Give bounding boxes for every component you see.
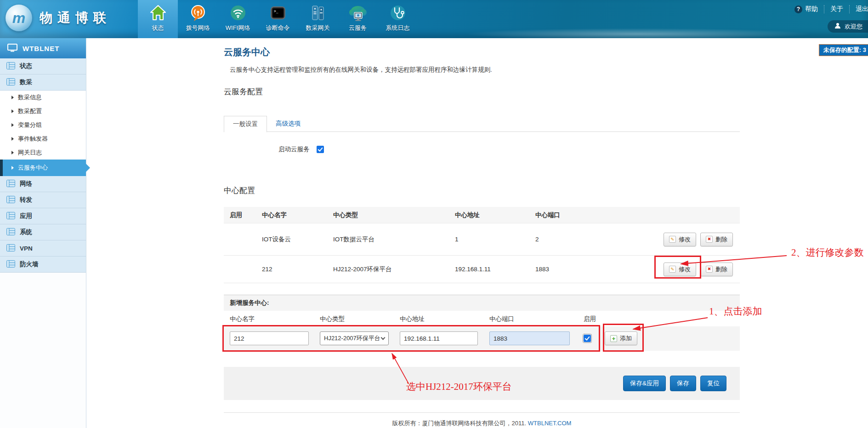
label-center-name: 中心名字: [230, 315, 255, 323]
list-icon: [6, 62, 15, 71]
sidebar-item-application[interactable]: 应用: [0, 208, 86, 224]
add-center-form: HJ212-2007环保平台 + 添加: [224, 326, 740, 351]
save-button[interactable]: 保存: [670, 376, 696, 391]
delete-icon: ✖: [706, 266, 713, 273]
monitor-icon: [7, 44, 17, 53]
terminal-icon: >_: [268, 3, 288, 23]
tab-general-settings[interactable]: 一般设置: [224, 116, 267, 132]
sidebar-sub-gateway-log[interactable]: 网关日志: [0, 146, 86, 160]
center-config-table: 启用 中心名字 中心类型 中心地址 中心端口 IOT设备云 IOT数据云平台 1…: [224, 207, 740, 283]
center-name-input[interactable]: [230, 331, 309, 345]
about-link[interactable]: 关于: [824, 5, 849, 13]
welcome-pill[interactable]: 欢迎您: [828, 20, 868, 33]
sidebar-sub-data-config[interactable]: 数采配置: [0, 104, 86, 118]
footer-link[interactable]: WTBLNET.COM: [528, 420, 572, 427]
cell-port: 2: [535, 236, 652, 243]
sidebar-sub-data-info[interactable]: 数采信息: [0, 91, 86, 104]
topbar: m 物通博联 状态 拨号网络 WIFI网络: [0, 0, 868, 38]
sidebar: WTBLNET 状态 数采 数采信息 数采配置 变量分组 事件触发器 网关: [0, 38, 86, 428]
enable-cloud-checkbox[interactable]: [317, 146, 324, 153]
caret-right-icon: [11, 96, 14, 99]
welcome-label: 欢迎您: [845, 23, 862, 31]
footer: 版权所有：厦门物通博联网络科技有限公司，2011. WTBLNET.COM: [224, 419, 740, 428]
delete-button[interactable]: ✖ 删除: [700, 263, 733, 276]
sidebar-sub-label: 数采配置: [18, 107, 42, 115]
sidebar-header: WTBLNET: [0, 38, 86, 58]
annotation-step1: 1、点击添加: [709, 305, 762, 318]
modify-button[interactable]: ✎ 修改: [664, 233, 696, 246]
nav-item-dialup[interactable]: 拨号网络: [178, 0, 218, 38]
page: m 物通博联 状态 拨号网络 WIFI网络: [0, 0, 868, 428]
nav-item-status[interactable]: 状态: [138, 0, 178, 38]
cloud-service-icon: [348, 3, 368, 23]
sidebar-item-label: 系统: [20, 228, 32, 236]
center-address-input[interactable]: [400, 331, 478, 345]
sidebar-sub-variable-group[interactable]: 变量分组: [0, 118, 86, 132]
sidebar-item-vpn[interactable]: VPN: [0, 240, 86, 257]
help-label: 帮助: [805, 5, 818, 13]
nav-label: 系统日志: [386, 24, 410, 32]
sidebar-item-status[interactable]: 状态: [0, 58, 86, 74]
sidebar-item-firewall[interactable]: 防火墙: [0, 257, 86, 273]
modify-label: 修改: [679, 265, 691, 274]
center-type-select[interactable]: HJ212-2007环保平台: [320, 331, 389, 345]
list-icon: [6, 244, 15, 253]
nav-item-cloud[interactable]: 云服务: [338, 0, 378, 38]
list-icon: [6, 212, 15, 221]
sidebar-item-system[interactable]: 系统: [0, 224, 86, 240]
modify-button[interactable]: ✎ 修改: [664, 263, 696, 276]
enable-cloud-row: 启动云服务: [278, 145, 324, 154]
cell-address: 1: [455, 236, 535, 243]
sidebar-sub-label: 事件触发器: [18, 135, 48, 143]
brand-logo-icon: m: [6, 5, 32, 31]
add-button[interactable]: + 添加: [605, 331, 637, 345]
col-header-enabled: 启用: [224, 211, 262, 219]
table-header-row: 启用 中心名字 中心类型 中心地址 中心端口: [224, 207, 740, 223]
settings-tabs: 一般设置 高级选项: [224, 116, 740, 132]
footer-divider: [224, 412, 740, 413]
sidebar-item-data-acquisition[interactable]: 数采: [0, 74, 86, 91]
sidebar-item-forward[interactable]: 转发: [0, 192, 86, 208]
chevron-down-icon: [381, 335, 386, 340]
sidebar-item-label: 数采: [20, 78, 32, 86]
reset-button[interactable]: 复位: [700, 376, 726, 391]
unsaved-config-badge[interactable]: 未保存的配置: 3: [819, 44, 868, 56]
nav-item-syslog[interactable]: 系统日志: [378, 0, 418, 38]
delete-button[interactable]: ✖ 删除: [700, 233, 733, 246]
tab-advanced-options[interactable]: 高级选项: [267, 116, 309, 132]
sidebar-item-network[interactable]: 网络: [0, 176, 86, 192]
page-description: 云服务中心支持远程管理和监控所有的在线网关和设备，支持远程部署应用程序和边缘计算…: [230, 66, 492, 74]
logout-link[interactable]: 退出: [849, 5, 868, 13]
delete-icon: ✖: [706, 236, 713, 243]
sidebar-item-label: 状态: [20, 62, 32, 70]
add-center-form-labels: 中心名字 中心类型 中心地址 中心端口 启用: [224, 311, 740, 326]
list-icon: [6, 196, 15, 205]
label-enable: 启用: [584, 315, 596, 323]
sidebar-sub-label: 云服务中心: [18, 164, 48, 172]
caret-right-icon: [11, 137, 14, 141]
nav-item-diagnostic[interactable]: >_ 诊断命令: [258, 0, 298, 38]
help-link[interactable]: ? 帮助: [789, 5, 824, 13]
sidebar-sub-cloud-service-center[interactable]: 云服务中心: [0, 160, 86, 176]
top-links: ? 帮助 关于 退出: [789, 5, 868, 13]
nav-label: 诊断命令: [266, 24, 290, 32]
col-header-name: 中心名字: [262, 211, 333, 219]
sidebar-sub-event-trigger[interactable]: 事件触发器: [0, 132, 86, 146]
logout-label: 退出: [856, 5, 868, 13]
list-icon: [6, 78, 15, 87]
nav-item-wifi[interactable]: WIFI网络: [218, 0, 258, 38]
nav-item-gateway[interactable]: 数采网关: [298, 0, 338, 38]
enable-checkbox[interactable]: [584, 335, 591, 342]
nav-label: 数采网关: [306, 24, 330, 32]
user-icon: [834, 23, 841, 30]
nav-label: 状态: [152, 24, 164, 32]
home-icon: [148, 3, 168, 23]
center-port-input[interactable]: [489, 331, 570, 345]
save-apply-button[interactable]: 保存&应用: [623, 376, 666, 391]
wifi-icon: [228, 3, 248, 23]
sidebar-item-label: 转发: [20, 196, 32, 204]
cell-address: 192.168.1.11: [455, 266, 535, 273]
modify-label: 修改: [679, 235, 691, 244]
caret-right-icon: [11, 123, 14, 127]
dialup-network-icon: [188, 3, 208, 23]
